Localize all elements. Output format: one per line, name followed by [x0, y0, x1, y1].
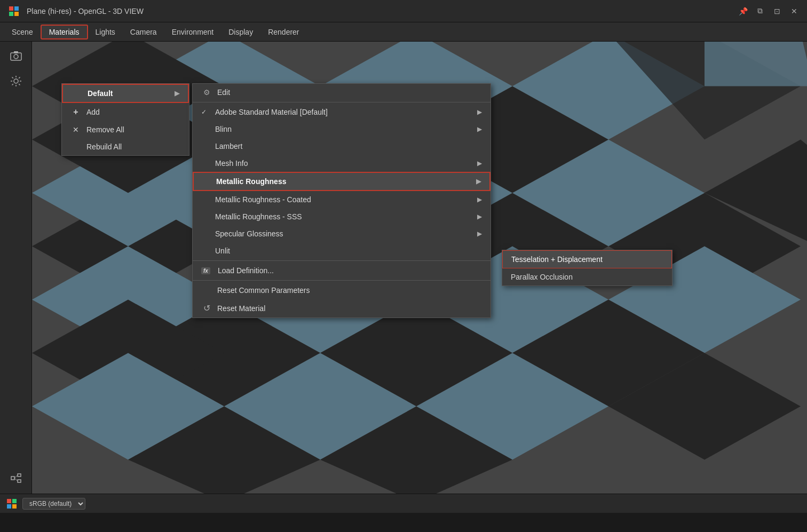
svg-rect-3: [14, 12, 19, 16]
title-bar: Plane (hi-res) - OpenGL - 3D VIEW 📌 ⧉ ⊡ …: [0, 0, 807, 22]
mr-parallax[interactable]: Parallax Occlusion: [502, 268, 672, 285]
svg-rect-54: [7, 499, 11, 503]
svg-rect-39: [14, 51, 18, 53]
app-icon: [6, 4, 21, 19]
window-controls: 📌 ⧉ ⊡ ✕: [737, 5, 801, 18]
menu-materials[interactable]: Materials: [41, 25, 88, 39]
window-title: Plane (hi-res) - OpenGL - 3D VIEW: [27, 7, 737, 15]
svg-line-45: [12, 77, 13, 78]
maximize-button[interactable]: ⊡: [771, 5, 784, 18]
dd-lambert[interactable]: Lambert: [193, 138, 490, 155]
dd-default[interactable]: Default ▶: [62, 84, 189, 103]
svg-line-46: [19, 84, 20, 85]
arrow-icon: ▶: [477, 230, 482, 237]
menu-scene[interactable]: Scene: [4, 26, 41, 38]
arrow-icon: ▶: [477, 160, 482, 167]
pin-button[interactable]: 📌: [737, 5, 749, 18]
separator-3: [193, 280, 490, 281]
menu-display[interactable]: Display: [221, 26, 260, 38]
light-icon[interactable]: [7, 73, 25, 90]
dd-edit[interactable]: ⚙ Edit: [193, 84, 490, 101]
svg-line-52: [14, 475, 18, 479]
svg-point-38: [14, 54, 18, 59]
svg-marker-36: [705, 42, 807, 86]
svg-rect-1: [14, 6, 19, 11]
camera-icon[interactable]: [7, 47, 25, 64]
dd-specular-glossiness[interactable]: Specular Glossiness ▶: [193, 225, 490, 242]
dd-mr-coated[interactable]: Metallic Roughness - Coated ▶: [193, 191, 490, 208]
svg-rect-57: [12, 504, 17, 509]
svg-rect-50: [18, 474, 21, 477]
bottom-bar: sRGB (default)LinearACEScg: [0, 494, 807, 513]
arrow-icon: ▶: [477, 213, 482, 220]
check-icon: ✓: [201, 108, 210, 116]
arrow-icon: ▶: [476, 178, 481, 185]
separator-1: [193, 102, 490, 102]
dd-reset-material[interactable]: Reset Material: [193, 299, 490, 317]
edit-submenu: ⚙ Edit ✓ Adobe Standard Material [Defaul…: [192, 83, 491, 318]
dd-metallic-roughness[interactable]: Metallic Roughness ▶: [193, 172, 490, 191]
dd-adobe-standard[interactable]: ✓ Adobe Standard Material [Default] ▶: [193, 104, 490, 121]
dd-add[interactable]: + Add: [62, 103, 189, 121]
add-icon: +: [70, 107, 81, 117]
mr-tesselation[interactable]: Tesselation + Displacement: [502, 250, 672, 268]
remove-icon: ✕: [70, 125, 81, 134]
dd-rebuild-all[interactable]: Rebuild All: [62, 138, 189, 155]
reset-icon: [201, 303, 212, 313]
svg-rect-37: [11, 53, 21, 60]
left-sidebar: [0, 42, 32, 513]
svg-point-40: [14, 79, 18, 83]
svg-rect-51: [18, 480, 21, 482]
minimize-button[interactable]: ⧉: [754, 5, 766, 18]
dd-reset-common[interactable]: Reset Common Parameters: [193, 282, 490, 299]
dd-load-definition[interactable]: fx Load Definition...: [193, 262, 490, 279]
svg-line-48: [12, 84, 13, 85]
dd-remove-all[interactable]: ✕ Remove All: [62, 121, 189, 138]
mr-submenu: Tesselation + Displacement Parallax Occl…: [502, 250, 672, 286]
dd-unlit[interactable]: Unlit: [193, 242, 490, 259]
svg-rect-55: [12, 499, 17, 503]
svg-line-47: [19, 77, 20, 78]
dd-mesh-info[interactable]: Mesh Info ▶: [193, 155, 490, 172]
menu-lights[interactable]: Lights: [88, 26, 123, 38]
separator-2: [193, 260, 490, 261]
menu-bar: Scene Materials Lights Camera Environmen…: [0, 22, 807, 42]
color-mode-icon: [5, 497, 18, 510]
menu-camera[interactable]: Camera: [123, 26, 164, 38]
main-area: Default ▶ + Add ✕ Remove All Rebuild All…: [0, 42, 807, 513]
menu-environment[interactable]: Environment: [164, 26, 221, 38]
svg-rect-2: [9, 12, 13, 16]
gear-icon: ⚙: [201, 88, 212, 97]
svg-rect-49: [11, 477, 14, 480]
fx-icon: fx: [201, 267, 210, 274]
color-space-select[interactable]: sRGB (default)LinearACEScg: [22, 498, 85, 510]
dd-blinn[interactable]: Blinn ▶: [193, 121, 490, 138]
svg-rect-56: [7, 504, 11, 509]
dd-mr-sss[interactable]: Metallic Roughness - SSS ▶: [193, 208, 490, 225]
arrow-icon: ▶: [477, 196, 482, 203]
close-button[interactable]: ✕: [788, 5, 801, 18]
hierarchy-icon[interactable]: [10, 472, 22, 486]
svg-line-53: [14, 478, 18, 481]
arrow-icon: ▶: [175, 90, 179, 97]
arrow-icon: ▶: [477, 125, 482, 133]
svg-rect-0: [9, 6, 13, 11]
menu-renderer[interactable]: Renderer: [260, 26, 306, 38]
materials-dropdown: Default ▶ + Add ✕ Remove All Rebuild All: [61, 83, 189, 156]
arrow-icon: ▶: [477, 108, 482, 116]
